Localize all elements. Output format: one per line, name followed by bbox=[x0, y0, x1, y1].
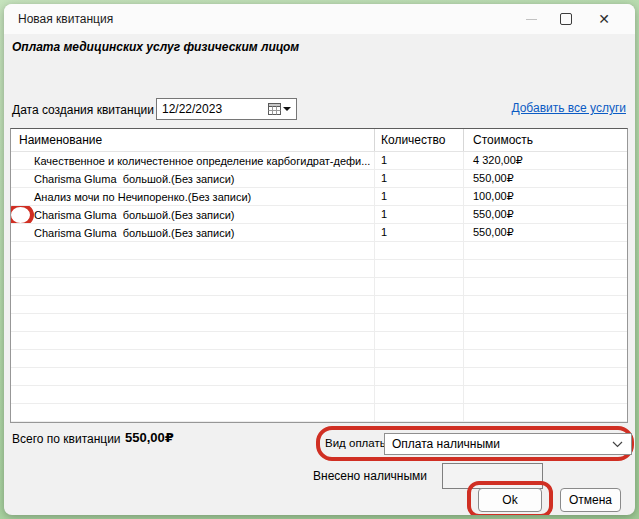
window-title: Новая квитанция bbox=[18, 12, 113, 26]
add-all-services-link[interactable]: Добавить все услуги bbox=[511, 101, 626, 115]
date-label: Дата создания квитанции bbox=[12, 99, 154, 121]
table-empty-row bbox=[11, 368, 627, 386]
service-qty: 1 bbox=[375, 170, 464, 187]
maximize-icon bbox=[560, 13, 572, 25]
service-qty: 1 bbox=[375, 152, 464, 169]
table-empty-row bbox=[11, 278, 627, 296]
payment-type-select[interactable]: Оплата наличными bbox=[384, 433, 632, 455]
table-row[interactable]: Анализ мочи по Нечипоренко.(Без записи) … bbox=[11, 188, 627, 206]
service-price: 550,00₽ bbox=[464, 224, 627, 241]
service-name: Charisma Gluma большой.(Без записи) bbox=[34, 225, 235, 241]
new-receipt-dialog: Новая квитанция ✕ Оплата медицинских усл… bbox=[4, 4, 635, 515]
checkbox-wrap bbox=[14, 154, 28, 168]
table-empty-row bbox=[11, 350, 627, 368]
table-header: Наименование Количество Стоимость bbox=[11, 129, 627, 152]
service-table-body: Качественное и количестенное определение… bbox=[11, 152, 627, 423]
dialog-subtitle: Оплата медицинских услуг физическим лицо… bbox=[12, 40, 299, 54]
service-qty: 1 bbox=[375, 206, 464, 223]
screenshot-background: Новая квитанция ✕ Оплата медицинских усл… bbox=[0, 0, 639, 519]
table-empty-row bbox=[11, 332, 627, 350]
table-empty-row bbox=[11, 422, 627, 423]
table-empty-row bbox=[11, 242, 627, 260]
total-value: 550,00₽ bbox=[125, 430, 174, 445]
checkbox-wrap bbox=[14, 226, 28, 240]
titlebar[interactable]: Новая квитанция ✕ bbox=[4, 4, 635, 34]
maximize-button[interactable] bbox=[549, 4, 583, 34]
table-empty-row bbox=[11, 314, 627, 332]
payment-type-value: Оплата наличными bbox=[385, 437, 612, 451]
checkbox-wrap bbox=[14, 190, 28, 204]
close-button[interactable]: ✕ bbox=[587, 4, 621, 34]
cancel-button[interactable]: Отмена bbox=[560, 488, 621, 512]
chevron-down-icon bbox=[612, 441, 623, 448]
service-price: 4 320,00₽ bbox=[464, 152, 627, 169]
column-header-price[interactable]: Стоимость bbox=[464, 129, 627, 151]
checkbox-wrap bbox=[14, 208, 28, 222]
date-value: 12/22/2023 bbox=[157, 102, 268, 116]
service-qty: 1 bbox=[375, 224, 464, 241]
service-name: Charisma Gluma большой.(Без записи) bbox=[34, 207, 235, 223]
table-row[interactable]: Charisma Gluma большой.(Без записи) 1 55… bbox=[11, 224, 627, 242]
close-icon: ✕ bbox=[598, 12, 610, 26]
table-row[interactable]: Charisma Gluma большой.(Без записи) 1 55… bbox=[11, 206, 627, 224]
table-empty-row bbox=[11, 386, 627, 404]
column-header-quantity[interactable]: Количество bbox=[375, 129, 464, 151]
minimize-button[interactable] bbox=[514, 4, 548, 34]
minimize-icon bbox=[526, 19, 537, 20]
calendar-icon bbox=[268, 103, 281, 115]
total-label: Всего по квитанции bbox=[12, 432, 121, 446]
service-price: 550,00₽ bbox=[464, 206, 627, 223]
payment-type-label: Вид оплаты: bbox=[325, 437, 391, 449]
table-row[interactable]: Качественное и количестенное определение… bbox=[11, 152, 627, 170]
service-name: Качественное и количестенное определение… bbox=[34, 153, 370, 169]
checkbox-annotation bbox=[11, 206, 34, 223]
checkbox-wrap bbox=[14, 172, 28, 186]
service-name: Charisma Gluma большой.(Без записи) bbox=[34, 171, 235, 187]
cash-entered-label: Внесено наличными bbox=[313, 463, 427, 489]
date-picker[interactable]: 12/22/2023 bbox=[156, 98, 297, 120]
service-price: 100,00₽ bbox=[464, 188, 627, 205]
cash-entered-input[interactable] bbox=[442, 463, 543, 489]
service-name: Анализ мочи по Нечипоренко.(Без записи) bbox=[34, 189, 251, 205]
table-empty-row bbox=[11, 404, 627, 422]
service-price: 550,00₽ bbox=[464, 170, 627, 187]
table-row[interactable]: Charisma Gluma большой.(Без записи) 1 55… bbox=[11, 170, 627, 188]
table-empty-row bbox=[11, 260, 627, 278]
table-empty-row bbox=[11, 296, 627, 314]
services-table: Наименование Количество Стоимость Качест… bbox=[10, 128, 628, 423]
date-dropdown-arrow-icon[interactable] bbox=[283, 107, 291, 111]
column-header-name[interactable]: Наименование bbox=[11, 129, 375, 151]
service-qty: 1 bbox=[375, 188, 464, 205]
ok-button[interactable]: Ok bbox=[478, 488, 542, 512]
